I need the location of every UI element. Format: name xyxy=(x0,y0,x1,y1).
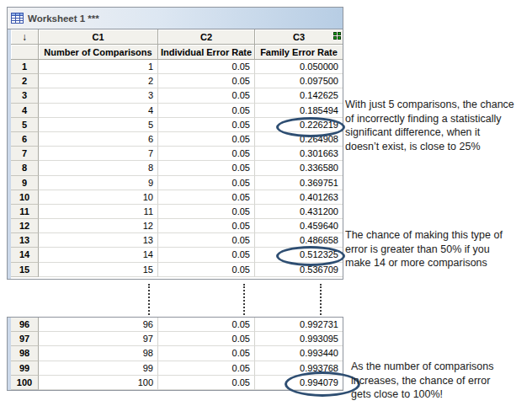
c1-value-cell[interactable]: 6 xyxy=(39,132,158,147)
c2-value-cell[interactable]: 0.05 xyxy=(158,60,255,74)
c3-value-cell[interactable]: 0.992731 xyxy=(255,318,343,332)
c2-value-cell[interactable]: 0.05 xyxy=(158,74,255,88)
row-number-cell[interactable]: 6 xyxy=(11,132,39,147)
c1-value-cell[interactable]: 15 xyxy=(39,263,158,277)
table-row: 4 4 0.05 0.185494 xyxy=(11,104,343,118)
c3-value-cell[interactable]: 0.336580 xyxy=(255,161,343,175)
c2-value-cell[interactable]: 0.05 xyxy=(158,332,255,346)
row-number-cell[interactable]: 12 xyxy=(11,219,39,233)
table-row: 11 11 0.05 0.431200 xyxy=(11,205,343,219)
row-number-cell[interactable]: 3 xyxy=(11,88,39,103)
row-number-cell[interactable]: 96 xyxy=(11,318,39,332)
column-header-c2[interactable]: C2 xyxy=(158,29,255,45)
row-number-cell[interactable]: 13 xyxy=(11,233,39,248)
c2-value-cell[interactable]: 0.05 xyxy=(158,161,255,175)
continuation-dots-c3 xyxy=(320,284,322,315)
c1-value-cell[interactable]: 10 xyxy=(39,190,158,205)
column-name-c1[interactable]: Number of Comparisons xyxy=(39,45,158,60)
c3-value-cell[interactable]: 0.185494 xyxy=(255,104,343,118)
c3-value-cell[interactable]: 0.401263 xyxy=(255,190,343,205)
table-row: 1 1 0.05 0.050000 xyxy=(11,60,343,74)
c3-value-cell[interactable]: 0.142625 xyxy=(255,88,343,103)
c3-value-cell[interactable]: 0.993440 xyxy=(255,346,343,361)
highlight-ellipse-row14 xyxy=(276,246,345,266)
annotation-5-comparisons: With just 5 comparisons, the chance of i… xyxy=(345,98,532,153)
column-header-c3[interactable]: C3 xyxy=(255,29,343,45)
column-header-c1[interactable]: C1 xyxy=(39,29,158,45)
c3-value-cell[interactable]: 0.097500 xyxy=(255,74,343,88)
c1-value-cell[interactable]: 99 xyxy=(39,361,158,376)
row-number-cell[interactable]: 1 xyxy=(11,60,39,74)
c2-value-cell[interactable]: 0.05 xyxy=(158,205,255,219)
c2-value-cell[interactable]: 0.05 xyxy=(158,132,255,147)
c2-value-cell[interactable]: 0.05 xyxy=(158,88,255,103)
row-number-cell[interactable]: 4 xyxy=(11,104,39,118)
worksheet-titlebar[interactable]: Worksheet 1 *** xyxy=(8,8,343,29)
c3-value-cell[interactable]: 0.369751 xyxy=(255,176,343,190)
c1-value-cell[interactable]: 97 xyxy=(39,332,158,346)
c2-value-cell[interactable]: 0.05 xyxy=(158,190,255,205)
c1-value-cell[interactable]: 12 xyxy=(39,219,158,233)
c1-value-cell[interactable]: 8 xyxy=(39,161,158,175)
worksheet-icon xyxy=(11,13,24,24)
row-number-cell[interactable]: 97 xyxy=(11,332,39,346)
c1-value-cell[interactable]: 100 xyxy=(39,376,158,390)
c3-value-cell[interactable]: 0.431200 xyxy=(255,205,343,219)
c1-value-cell[interactable]: 98 xyxy=(39,346,158,361)
column-header-c3-label: C3 xyxy=(293,32,305,42)
c2-value-cell[interactable]: 0.05 xyxy=(158,361,255,376)
row-number-cell[interactable]: 9 xyxy=(11,176,39,190)
c2-value-cell[interactable]: 0.05 xyxy=(158,219,255,233)
c1-value-cell[interactable]: 3 xyxy=(39,88,158,103)
row-number-cell[interactable]: 2 xyxy=(11,74,39,88)
row-number-cell[interactable]: 8 xyxy=(11,161,39,175)
row-number-cell[interactable]: 5 xyxy=(11,118,39,132)
c1-value-cell[interactable]: 2 xyxy=(39,74,158,88)
table-row: 10 10 0.05 0.401263 xyxy=(11,190,343,205)
row-number-cell[interactable]: 14 xyxy=(11,248,39,262)
c1-value-cell[interactable]: 5 xyxy=(39,118,158,132)
continuation-dots-c2 xyxy=(243,284,245,315)
c3-value-cell[interactable]: 0.050000 xyxy=(255,60,343,74)
c1-value-cell[interactable]: 4 xyxy=(39,104,158,118)
annotation-100-comparisons: As the number of comparisons increases, … xyxy=(351,360,532,402)
worksheet-upper-rows: 1 1 0.05 0.050000 2 2 0.05 0.097500 xyxy=(11,60,343,277)
c1-value-cell[interactable]: 14 xyxy=(39,248,158,262)
c1-value-cell[interactable]: 9 xyxy=(39,176,158,190)
table-row: 12 12 0.05 0.459640 xyxy=(11,219,343,233)
table-row: 98 98 0.05 0.993440 xyxy=(11,346,343,361)
column-name-c3[interactable]: Family Error Rate xyxy=(255,45,343,60)
c1-value-cell[interactable]: 13 xyxy=(39,233,158,248)
table-row: 7 7 0.05 0.301663 xyxy=(11,147,343,161)
c1-value-cell[interactable]: 96 xyxy=(39,318,158,332)
row-number-cell[interactable]: 99 xyxy=(11,361,39,376)
c3-value-cell[interactable]: 0.301663 xyxy=(255,147,343,161)
c2-value-cell[interactable]: 0.05 xyxy=(158,318,255,332)
column-name-c2[interactable]: Individual Error Rate xyxy=(158,45,255,60)
worksheet-grid: ↓ C1 C2 C3 Number of Comparisons Individ… xyxy=(8,29,343,279)
c3-value-cell[interactable]: 0.459640 xyxy=(255,219,343,233)
c2-value-cell[interactable]: 0.05 xyxy=(158,346,255,361)
row-number-cell[interactable]: 15 xyxy=(11,263,39,277)
c2-value-cell[interactable]: 0.05 xyxy=(158,263,255,277)
c2-value-cell[interactable]: 0.05 xyxy=(158,147,255,161)
c1-value-cell[interactable]: 1 xyxy=(39,60,158,74)
highlight-ellipse-row100 xyxy=(285,371,360,397)
c2-value-cell[interactable]: 0.05 xyxy=(158,248,255,262)
c3-value-cell[interactable]: 0.993095 xyxy=(255,332,343,346)
c2-value-cell[interactable]: 0.05 xyxy=(158,176,255,190)
c2-value-cell[interactable]: 0.05 xyxy=(158,233,255,248)
data-direction-arrow-button[interactable]: ↓ xyxy=(11,29,39,45)
row-number-cell[interactable]: 7 xyxy=(11,147,39,161)
row-number-cell[interactable]: 100 xyxy=(11,376,39,390)
row-number-cell[interactable]: 11 xyxy=(11,205,39,219)
c2-value-cell[interactable]: 0.05 xyxy=(158,376,255,390)
row-number-cell[interactable]: 98 xyxy=(11,346,39,361)
table-row: 99 99 0.05 0.993768 xyxy=(11,361,343,376)
c2-value-cell[interactable]: 0.05 xyxy=(158,104,255,118)
column-id-header-row: ↓ C1 C2 C3 xyxy=(11,29,343,45)
c1-value-cell[interactable]: 7 xyxy=(39,147,158,161)
c1-value-cell[interactable]: 11 xyxy=(39,205,158,219)
c2-value-cell[interactable]: 0.05 xyxy=(158,118,255,132)
row-number-cell[interactable]: 10 xyxy=(11,190,39,205)
